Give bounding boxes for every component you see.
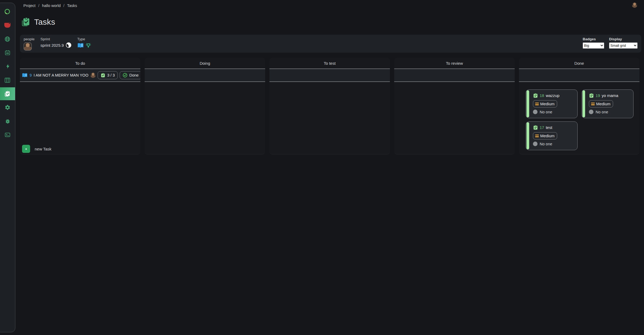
check-circle-icon [123,73,127,78]
column-todo: To do 9 I AM NOT A MERRY MAN YOO 3 / 3 [20,58,140,154]
assignee-row: No one [533,110,575,114]
priority-text: Medium [596,102,610,106]
badges-select[interactable]: Big [583,42,604,49]
terminal-icon [5,132,10,138]
epic-status-badge: Done [120,71,140,79]
tasks-page-icon [20,17,31,27]
user-avatar[interactable] [632,2,637,8]
sidebar-item-terminal[interactable] [0,128,15,141]
assignee-row: No one [589,110,631,114]
assignee-text: No one [540,142,552,146]
column-title: To do [20,58,140,69]
assignee-text: No one [596,110,608,114]
epic-book-icon [22,73,28,78]
epic-progress-text: 3 / 3 [107,73,115,77]
epic-title[interactable]: I AM NOT A MERRY MAN YOO [34,73,88,77]
clipboard-check-icon [101,73,105,78]
calendar-range-icon [5,50,10,56]
sprint-pie-icon [66,42,71,48]
page-title: Tasks [34,17,55,27]
epic-row-empty [394,69,515,81]
breadcrumb-workspace[interactable]: hallo world [42,3,61,8]
filter-people: people [24,37,35,51]
priority-badge: Medium [533,132,557,139]
column-title: Done [519,58,639,69]
task-number: 19 [596,93,600,98]
sidebar-item-home[interactable] [0,5,15,18]
priority-medium-icon [535,135,539,137]
plus-icon: + [22,145,30,153]
sidebar-item-tasks[interactable] [0,87,15,100]
priority-badge: Medium [589,100,613,107]
title-row: Tasks [20,17,55,27]
assignee-text: No one [540,110,552,114]
task-title: test [546,125,552,130]
breadcrumb-separator: / [63,3,65,8]
epic-row-empty [145,69,265,81]
kanban-board: To do 9 I AM NOT A MERRY MAN YOO 3 / 3 [20,58,639,154]
task-title: yo mama [602,93,618,98]
task-clipboard-icon [533,125,538,130]
task-number: 18 [540,93,544,98]
column-doing: Doing [145,58,265,154]
sidebar-item-web[interactable] [0,33,15,45]
sidebar [0,3,15,332]
story-book-icon[interactable] [77,43,84,48]
assignee-row: No one [533,142,575,146]
priority-badge: Medium [533,100,557,107]
idea-bulb-icon[interactable] [85,42,91,49]
column-totest: To test [269,58,390,154]
column-done: Done 18 wazzup Medium [519,58,639,154]
type-label: Type [77,37,91,41]
sidebar-item-activity[interactable] [0,60,15,73]
people-label: people [24,37,35,41]
assignee-avatar-placeholder [589,110,593,114]
priority-text: Medium [540,102,554,106]
priority-medium-icon [591,103,595,105]
new-task-label: new Task [35,147,51,151]
column-title: Doing [145,58,265,69]
sidebar-item-board[interactable] [0,74,15,87]
column-body-doing [145,82,265,154]
sidebar-item-bugs[interactable] [0,115,15,128]
sidebar-item-calendar[interactable] [0,46,15,59]
epic-row-empty [519,69,639,81]
new-task-button[interactable]: + new Task [22,145,51,153]
sprint-label: Sprint [41,37,72,41]
filter-sprint: Sprint sprint 2025.9 [41,37,72,48]
task-clipboard-icon [589,93,594,98]
kanban-board-icon [4,77,10,83]
epic-row: 9 I AM NOT A MERRY MAN YOO 3 / 3 Done [20,69,140,81]
column-body-toreview [394,82,515,154]
column-title: To test [269,58,390,69]
red-bowl-icon [4,23,10,28]
tasks-clipboard-icon [3,90,10,97]
display-select[interactable]: Small grid [609,42,638,49]
sidebar-item-settings[interactable] [0,101,15,114]
filter-bar: people Sprint sprint 2025.9 Type [20,35,641,53]
column-body-todo: + new Task [20,82,140,154]
sprint-value[interactable]: sprint 2025.9 [41,42,72,48]
breadcrumb-project[interactable]: Project [23,3,35,8]
gear-icon [5,105,10,110]
assignee-avatar-placeholder [533,110,538,114]
breadcrumb-tasks[interactable]: Tasks [67,3,77,8]
breadcrumb: Project / hallo world / Tasks [23,3,77,8]
people-filter-avatar[interactable] [24,42,32,51]
ring-logo-icon [4,8,10,15]
display-label: Display [609,37,638,41]
epic-progress-badge: 3 / 3 [98,71,118,79]
filter-type: Type [77,37,91,49]
sidebar-item-recipes[interactable] [0,19,15,32]
epic-number: 9 [30,73,32,77]
task-card[interactable]: 17 test Medium No one [526,121,578,150]
bug-icon [5,118,10,124]
globe-icon [4,36,10,42]
priority-medium-icon [535,103,539,105]
task-card[interactable]: 19 yo mama Medium No one [582,89,634,118]
column-body-done: 18 wazzup Medium No one [519,82,639,154]
priority-text: Medium [540,134,554,138]
task-card[interactable]: 18 wazzup Medium No one [526,89,578,118]
column-title: To review [394,58,515,69]
assignee-avatar-placeholder [533,142,538,146]
